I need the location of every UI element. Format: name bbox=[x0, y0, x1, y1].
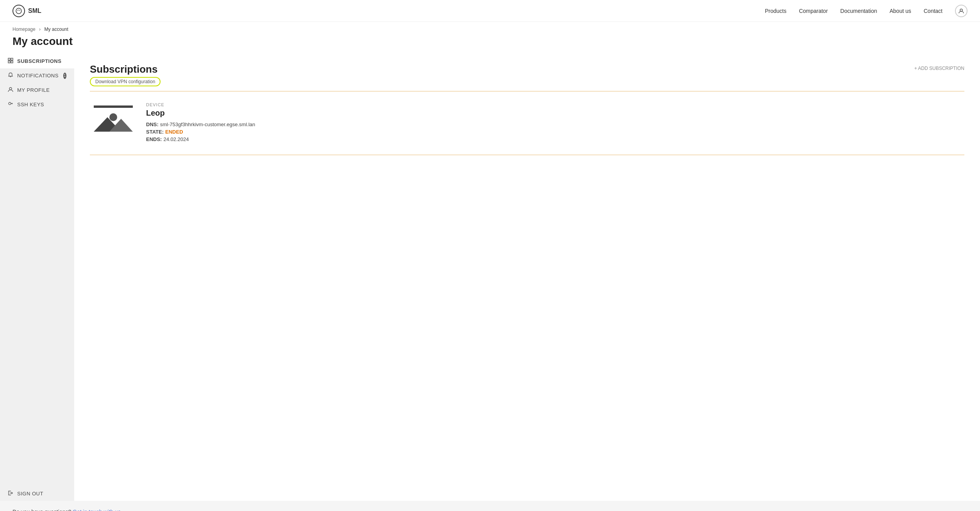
user-icon bbox=[8, 87, 13, 93]
device-state: STATE:ENDED bbox=[146, 129, 255, 135]
svg-rect-3 bbox=[11, 58, 13, 60]
device-label: DEVICE bbox=[146, 102, 255, 107]
svg-rect-2 bbox=[8, 58, 10, 60]
sidebar-nav: Subscriptions Notifications 1 bbox=[0, 54, 74, 112]
device-item: DEVICE Leop DNS:sml-753gf3hhrkivm-custom… bbox=[90, 96, 964, 150]
ends-label: ENDS: bbox=[146, 136, 162, 142]
breadcrumb-separator: › bbox=[39, 27, 41, 32]
device-name: Leop bbox=[146, 109, 255, 118]
nav-comparator[interactable]: Comparator bbox=[799, 8, 828, 14]
page-title: My account bbox=[0, 34, 980, 54]
svg-rect-4 bbox=[8, 61, 10, 63]
nav-products[interactable]: Products bbox=[765, 8, 786, 14]
svg-point-1 bbox=[960, 9, 962, 11]
sidebar-sshkeys-label: SSH Keys bbox=[17, 102, 44, 107]
bell-icon bbox=[8, 72, 13, 79]
sidebar-item-my-profile[interactable]: My Profile bbox=[0, 83, 74, 97]
sidebar-subscriptions-label: Subscriptions bbox=[17, 58, 61, 64]
device-info: DEVICE Leop DNS:sml-753gf3hhrkivm-custom… bbox=[146, 102, 255, 144]
footer-question-text: Do you have questions? bbox=[12, 509, 71, 511]
layout: Subscriptions Notifications 1 bbox=[0, 54, 980, 501]
section-title: Subscriptions bbox=[90, 63, 161, 75]
nav-contact[interactable]: Contact bbox=[924, 8, 943, 14]
signout-icon bbox=[8, 490, 13, 497]
notifications-badge: 1 bbox=[63, 73, 66, 79]
sidebar-item-ssh-keys[interactable]: SSH Keys bbox=[0, 97, 74, 112]
sidebar-item-subscriptions[interactable]: Subscriptions bbox=[0, 54, 74, 68]
sidebar-notifications-label: Notifications bbox=[17, 73, 59, 79]
main-nav: Products Comparator Documentation About … bbox=[765, 5, 968, 17]
svg-point-7 bbox=[9, 102, 11, 105]
main-content: Subscriptions Download VPN configuration… bbox=[74, 54, 980, 501]
ends-value: 24.02.2024 bbox=[163, 136, 189, 142]
key-icon bbox=[8, 101, 13, 108]
section-header: Subscriptions Download VPN configuration… bbox=[90, 63, 964, 86]
nav-documentation[interactable]: Documentation bbox=[840, 8, 877, 14]
svg-point-0 bbox=[16, 8, 21, 14]
sidebar: Subscriptions Notifications 1 bbox=[0, 54, 74, 501]
sidebar-spacer bbox=[0, 112, 74, 486]
logo-text: SML bbox=[28, 7, 41, 14]
download-vpn-button[interactable]: Download VPN configuration bbox=[90, 77, 161, 86]
user-avatar[interactable] bbox=[955, 5, 968, 17]
nav-about[interactable]: About us bbox=[889, 8, 911, 14]
state-value: ENDED bbox=[165, 129, 183, 135]
device-dns: DNS:sml-753gf3hhrkivm-customer.egse.sml.… bbox=[146, 121, 255, 127]
state-label: STATE: bbox=[146, 129, 164, 135]
footer-contact-link[interactable]: Get in touch with us bbox=[73, 509, 121, 511]
sidebar-myprofile-label: My Profile bbox=[17, 87, 50, 93]
breadcrumb: Homepage › My account bbox=[0, 22, 980, 34]
logo-icon bbox=[12, 5, 25, 17]
signout-button[interactable]: Sign Out bbox=[0, 486, 74, 501]
breadcrumb-home[interactable]: Homepage bbox=[12, 27, 36, 32]
breadcrumb-current: My account bbox=[44, 27, 68, 32]
svg-point-9 bbox=[109, 113, 117, 121]
device-ends: ENDS:24.02.2024 bbox=[146, 136, 255, 142]
dns-label: DNS: bbox=[146, 121, 159, 127]
add-subscription-button[interactable]: + ADD SUBSCRIPTION bbox=[914, 66, 964, 71]
logo[interactable]: SML bbox=[12, 5, 41, 17]
svg-point-6 bbox=[9, 88, 12, 90]
footer-questions: Do you have questions? Get in touch with… bbox=[0, 501, 980, 511]
signout-label: Sign Out bbox=[17, 491, 43, 497]
grid-icon bbox=[8, 58, 13, 64]
header: SML Products Comparator Documentation Ab… bbox=[0, 0, 980, 22]
device-image bbox=[90, 102, 137, 138]
section-title-group: Subscriptions Download VPN configuration bbox=[90, 63, 161, 86]
dns-value: sml-753gf3hhrkivm-customer.egse.sml.lan bbox=[160, 121, 255, 127]
svg-rect-8 bbox=[94, 105, 133, 108]
sidebar-item-notifications[interactable]: Notifications 1 bbox=[0, 68, 74, 83]
section-divider-top bbox=[90, 91, 964, 91]
section-divider-bottom bbox=[90, 155, 964, 155]
svg-rect-5 bbox=[11, 61, 13, 63]
